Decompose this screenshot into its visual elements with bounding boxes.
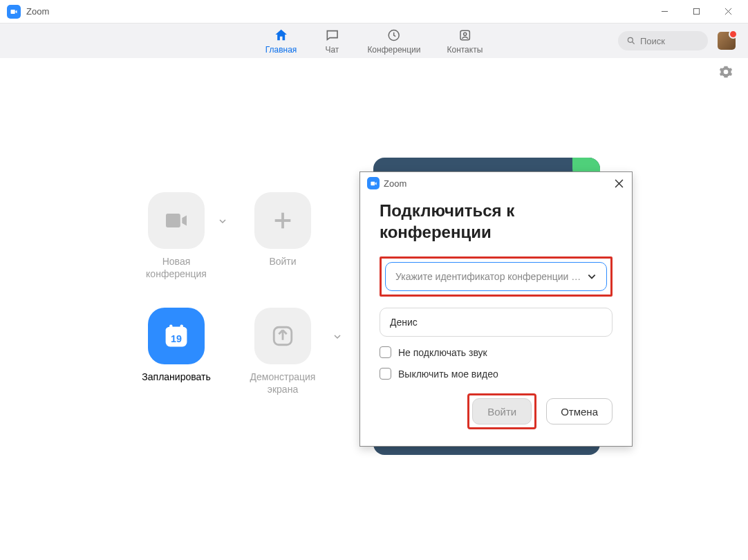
tile-schedule[interactable]: 19 Запланировать [131, 308, 221, 395]
dialog-title: Подключиться к конференции [380, 200, 613, 243]
annotation-highlight: Войти [467, 393, 536, 429]
nav-label: Конференции [367, 45, 420, 55]
chat-icon [323, 28, 341, 43]
window-title: Zoom [26, 6, 49, 17]
nav-label: Контакты [447, 45, 483, 55]
tile-share-screen[interactable]: Демонстрация экрана [238, 308, 328, 395]
tile-join[interactable]: Войти [238, 192, 328, 280]
annotation-highlight: Укажите идентификатор конференции … [380, 256, 613, 297]
zoom-logo-icon [367, 177, 380, 189]
join-button[interactable]: Войти [472, 398, 532, 424]
share-up-icon [271, 324, 294, 348]
join-meeting-dialog: Zoom Подключиться к конференции Укажите … [359, 171, 633, 447]
tile-label: Демонстрация экрана [241, 371, 324, 395]
cancel-button[interactable]: Отмена [546, 398, 613, 424]
title-bar: Zoom [0, 0, 748, 24]
tile-label: Запланировать [142, 371, 210, 384]
option-label: Выключить мое видео [398, 368, 498, 380]
home-icon [272, 28, 290, 43]
svg-rect-1 [693, 8, 699, 14]
name-input[interactable]: Денис [380, 308, 613, 337]
option-no-audio[interactable]: Не подключать звук [380, 346, 613, 358]
svg-point-6 [463, 32, 466, 35]
maximize-button[interactable] [680, 0, 712, 24]
svg-point-7 [628, 37, 633, 42]
search-icon [626, 36, 636, 46]
tile-label: Войти [269, 256, 296, 268]
nav-home[interactable]: Главная [265, 28, 297, 55]
svg-line-8 [633, 42, 635, 44]
minimize-button[interactable] [648, 0, 680, 24]
option-label: Не подключать звук [398, 347, 487, 358]
nav-label: Главная [265, 45, 297, 55]
calendar-icon: 19 [161, 321, 191, 351]
gear-icon [719, 65, 733, 79]
name-value: Денис [390, 317, 418, 328]
close-button[interactable] [712, 0, 744, 24]
nav-tabs: Главная Чат Конференции Контакты [265, 28, 483, 55]
clock-icon [385, 28, 403, 43]
meeting-id-input[interactable]: Укажите идентификатор конференции … [385, 262, 607, 291]
checkbox-icon [380, 346, 391, 358]
top-toolbar: Главная Чат Конференции Контакты Поиск [0, 24, 748, 58]
search-placeholder: Поиск [640, 36, 665, 46]
video-icon [162, 207, 190, 234]
avatar[interactable] [718, 32, 736, 50]
svg-rect-13 [169, 325, 172, 330]
checkbox-icon [380, 368, 391, 380]
tile-label: Новая конференция [135, 256, 218, 280]
nav-meetings[interactable]: Конференции [367, 28, 420, 55]
svg-rect-14 [180, 325, 183, 330]
nav-chat[interactable]: Чат [323, 28, 341, 55]
meeting-id-placeholder: Укажите идентификатор конференции … [395, 271, 581, 282]
contacts-icon [456, 28, 474, 43]
search-box[interactable]: Поиск [618, 31, 708, 50]
chevron-down-icon[interactable] [218, 216, 227, 228]
svg-rect-12 [166, 327, 187, 333]
svg-text:19: 19 [171, 333, 182, 344]
dialog-window-title: Zoom [384, 178, 406, 189]
option-no-video[interactable]: Выключить мое видео [380, 368, 613, 380]
settings-button[interactable] [719, 65, 733, 82]
tile-new-meeting[interactable]: Новая конференция [131, 192, 221, 280]
chevron-down-icon[interactable] [333, 331, 342, 344]
chevron-down-icon [587, 272, 597, 281]
nav-label: Чат [325, 45, 339, 55]
nav-contacts[interactable]: Контакты [447, 28, 483, 55]
dialog-close-button[interactable] [613, 177, 625, 189]
plus-icon [271, 209, 294, 232]
zoom-logo-icon [7, 5, 21, 19]
